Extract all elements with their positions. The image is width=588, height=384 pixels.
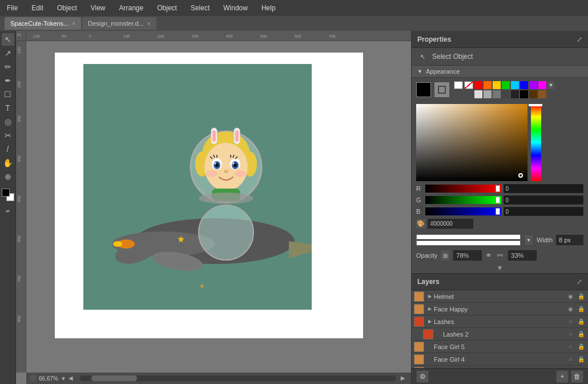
hex-input[interactable] (428, 219, 473, 229)
palette-magenta[interactable] (538, 81, 546, 89)
appearance-section-header[interactable]: ▼ Appearance (412, 65, 588, 78)
tab-design-monster[interactable]: Design_monster.d... × (82, 17, 156, 30)
canvas-viewport[interactable] (26, 41, 411, 373)
layer-lock-helmet[interactable]: 🔒 (577, 292, 586, 301)
layer-visibility-helmet[interactable]: ◉ (566, 292, 575, 301)
color-gradient-container[interactable] (416, 104, 583, 181)
rgb-g-slider[interactable] (425, 196, 501, 204)
color-gradient-picker[interactable] (416, 104, 527, 181)
layer-row-lashes[interactable]: ▶ Lashes ○ 🔒 (412, 315, 588, 328)
layer-lock-lashes2[interactable]: 🔒 (577, 330, 586, 339)
layer-lock-facegirl4[interactable]: 🔒 (577, 355, 586, 364)
layer-expand-helmet[interactable]: ▶ (426, 293, 434, 301)
layers-list[interactable]: ▶ Helmet ◉ 🔒 ▶ Face Happy ◉ 🔒 (412, 290, 588, 368)
palette-verydark[interactable] (511, 90, 519, 98)
tool-pencil[interactable]: ✒ (2, 74, 14, 87)
white-swatch[interactable] (454, 81, 463, 89)
menu-edit[interactable]: Edit (29, 3, 46, 13)
tool-direct-select[interactable]: ↗ (2, 47, 14, 59)
palette-yellow[interactable] (493, 81, 501, 89)
layer-add-btn[interactable]: + (556, 370, 569, 383)
layer-expand-lashes[interactable]: ▶ (426, 318, 434, 326)
palette-cyan[interactable] (511, 81, 519, 89)
stroke-width-input[interactable] (556, 235, 583, 245)
menu-object[interactable]: Object (55, 3, 79, 13)
zoom-display[interactable]: 66,67% (39, 375, 58, 382)
opacity-icon[interactable]: ⊞ (441, 251, 450, 260)
menu-file[interactable]: File (5, 3, 20, 13)
stroke-preview[interactable] (416, 234, 521, 246)
menu-window[interactable]: Window (221, 3, 250, 13)
layer-row-helmet[interactable]: ▶ Helmet ◉ 🔒 (412, 290, 588, 303)
scroll-thumb[interactable] (91, 375, 137, 381)
palette-blue[interactable] (520, 81, 528, 89)
palette-green[interactable] (502, 81, 510, 89)
palette-purple[interactable] (529, 81, 537, 89)
layer-expand-facehappy[interactable]: ▶ (426, 305, 434, 313)
rgb-g-input[interactable] (504, 195, 584, 205)
horizontal-scrollbar[interactable] (80, 375, 396, 381)
palette-orange[interactable] (484, 81, 492, 89)
zoom-dropdown-btn[interactable]: ▼ (61, 375, 66, 382)
layer-row-facehappy[interactable]: ▶ Face Happy ◉ 🔒 (412, 303, 588, 315)
tab-spacecute[interactable]: SpaceCute-Tokens... × (5, 17, 81, 30)
layer-visibility-lashes[interactable]: ○ (566, 317, 575, 326)
menu-object2[interactable]: Object (155, 3, 179, 13)
menu-help[interactable]: Help (259, 3, 278, 13)
tool-line[interactable]: / (2, 143, 14, 155)
rgb-r-input[interactable] (504, 184, 584, 193)
layer-settings-btn[interactable]: ⚙ (416, 370, 429, 383)
palette-midgray[interactable] (493, 90, 501, 98)
tool-select-arrow[interactable]: ↖ (2, 33, 14, 46)
tool-pen[interactable]: ✏ (2, 61, 14, 73)
stroke-swatch[interactable] (434, 82, 449, 97)
layer-delete-btn[interactable]: 🗑 (571, 370, 583, 383)
tab-spacecute-close[interactable]: × (72, 21, 75, 27)
opacity-link-btn[interactable]: ⚯ (496, 251, 505, 260)
stroke-dropdown-btn[interactable]: ▼ (524, 234, 533, 246)
layer-visibility-facegirl4[interactable]: ○ (566, 355, 575, 364)
tab-design-monster-close[interactable]: × (147, 21, 151, 27)
scroll-left-btn[interactable]: ◀ (69, 375, 75, 382)
zoom-indicator-dot[interactable] (30, 375, 37, 382)
rgb-b-slider[interactable] (425, 207, 501, 215)
layer-lock-facehappy[interactable]: 🔒 (577, 305, 586, 314)
layer-row-facegirl5[interactable]: Face Girl 5 ○ 🔒 (412, 341, 588, 353)
stroke-swatch-toolbar[interactable] (2, 189, 10, 197)
hue-strip[interactable] (531, 104, 541, 181)
rgb-r-slider[interactable] (425, 185, 501, 193)
layer-visibility-facegirl5[interactable]: ○ (566, 342, 575, 351)
palette-more-btn[interactable]: ▼ (547, 81, 554, 89)
layer-lock-lashes[interactable]: 🔒 (577, 317, 586, 326)
palette-black[interactable] (520, 90, 528, 98)
palette-brown[interactable] (529, 90, 537, 98)
opacity-input2[interactable] (508, 250, 537, 261)
menu-select[interactable]: Select (188, 3, 212, 13)
scroll-right-btn[interactable]: ▶ (401, 375, 408, 382)
tool-scissors[interactable]: ✂ (2, 129, 14, 142)
hue-strip-container[interactable] (530, 104, 541, 181)
layer-row-facegirl4[interactable]: Face Girl 4 ○ 🔒 (412, 353, 588, 366)
swap-colors-btn[interactable]: ⇄ (3, 206, 13, 216)
menu-view[interactable]: View (88, 3, 108, 13)
tool-rotate[interactable]: ◎ (2, 115, 14, 128)
section-collapse-btn[interactable]: ▼ (497, 264, 504, 272)
palette-red[interactable] (474, 81, 482, 89)
layer-row-lashes2[interactable]: Lashes 2 ○ 🔒 (412, 328, 588, 341)
layer-visibility-lashes2[interactable]: ○ (566, 330, 575, 339)
layer-lock-facegirl5[interactable]: 🔒 (577, 342, 586, 351)
layer-visibility-facehappy[interactable]: ◉ (566, 305, 575, 314)
properties-expand-btn[interactable]: ⤢ (577, 35, 582, 43)
layers-expand-btn[interactable]: ⤢ (577, 278, 582, 286)
tool-rectangle[interactable]: ☐ (2, 88, 14, 101)
tool-zoom[interactable]: ⊕ (2, 170, 14, 183)
none-swatch[interactable] (464, 81, 473, 89)
palette-darkgray[interactable] (502, 90, 510, 98)
tool-hand[interactable]: ✋ (2, 157, 14, 169)
menu-arrange[interactable]: Arrange (117, 3, 146, 13)
select-tool-icon[interactable]: ↖ (417, 51, 428, 62)
canvas-area[interactable]: Pt -100 -50 0 100 200 300 400 500 600 70… (16, 31, 411, 384)
opacity-input1[interactable] (453, 250, 482, 261)
fill-swatch[interactable] (416, 82, 431, 97)
tool-text[interactable]: T (2, 102, 14, 114)
